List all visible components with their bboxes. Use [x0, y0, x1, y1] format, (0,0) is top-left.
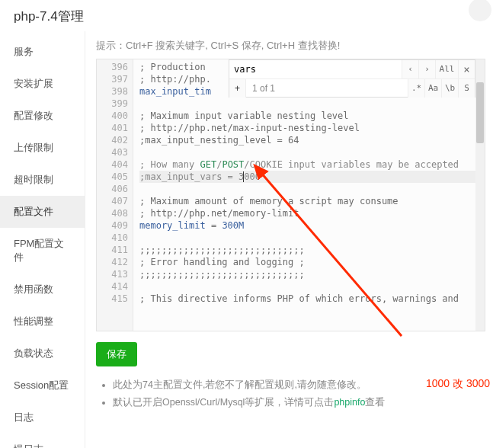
sidebar: 服务安装扩展配置修改上传限制超时限制配置文件FPM配置文件禁用函数性能调整负载状…	[0, 31, 85, 448]
line-number: 400	[97, 110, 128, 122]
page-title: php-7.4管理	[0, 0, 493, 31]
code-line[interactable]: ; Error handling and logging ;	[139, 256, 485, 268]
sidebar-item[interactable]: 超时限制	[0, 164, 85, 196]
scrollbar-track[interactable]	[475, 59, 485, 331]
annotation-text: 1000 改 3000	[426, 377, 490, 391]
main-container: 服务安装扩展配置修改上传限制超时限制配置文件FPM配置文件禁用函数性能调整负载状…	[0, 31, 493, 448]
search-word-toggle[interactable]: \b	[441, 79, 458, 98]
note-item: 默认已开启Openssl/Curl/Mysql等扩展，详情可点击phpinfo查…	[113, 396, 485, 409]
search-scroll-toggle[interactable]: S	[458, 79, 475, 98]
line-number: 399	[97, 98, 128, 110]
note-2-post: 查看	[365, 397, 385, 408]
code-line[interactable]: ; http://php.net/memory-limit	[139, 207, 485, 219]
line-number: 409	[97, 219, 128, 232]
search-row-2: + 1 of 1 .* Aa \b S	[229, 78, 475, 97]
sidebar-item[interactable]: Session配置	[0, 370, 85, 402]
code-line[interactable]: ;;;;;;;;;;;;;;;;;;;;;;;;;;;;;;	[139, 268, 485, 280]
code-line[interactable]	[139, 146, 485, 158]
line-number: 396	[97, 61, 128, 73]
code-line[interactable]: ; Maximum input variable nesting level	[139, 110, 485, 122]
search-row-1: ‹ › All ×	[229, 60, 475, 78]
note-2-pre: 默认已开启Openssl/Curl/Mysql等扩展，详情可点击	[113, 397, 334, 408]
sidebar-item[interactable]: 配置文件	[0, 196, 85, 228]
code-line[interactable]	[139, 183, 485, 195]
code-line[interactable]	[139, 232, 485, 244]
line-number: 410	[97, 232, 128, 244]
search-bar: ‹ › All × + 1 of 1 .* Aa \b S	[229, 59, 475, 98]
line-number: 415	[97, 293, 128, 305]
sidebar-item[interactable]: 日志	[0, 402, 85, 434]
sidebar-item[interactable]: 上传限制	[0, 132, 85, 164]
save-button[interactable]: 保存	[96, 342, 137, 366]
sidebar-item[interactable]: FPM配置文件	[0, 228, 85, 274]
search-next-button[interactable]: ›	[418, 60, 435, 78]
code-line[interactable]: memory_limit = 300M	[139, 219, 485, 232]
search-close-button[interactable]: ×	[458, 60, 475, 78]
phpinfo-link[interactable]: phpinfo	[334, 397, 365, 408]
code-line[interactable]: ; Maximum amount of memory a script may …	[139, 195, 485, 207]
line-number: 403	[97, 146, 128, 158]
sidebar-item[interactable]: 安装扩展	[0, 68, 85, 100]
sidebar-item[interactable]: 慢日志	[0, 434, 85, 448]
code-line[interactable]: ;;;;;;;;;;;;;;;;;;;;;;;;;;;;;;	[139, 244, 485, 256]
code-editor[interactable]: 3963973983994004014024034044054064074084…	[96, 59, 485, 331]
code-line[interactable]: ; http://php.net/max-input-nesting-level	[139, 122, 485, 134]
sidebar-item[interactable]: 负载状态	[0, 338, 85, 370]
search-case-toggle[interactable]: Aa	[424, 79, 441, 98]
line-number: 397	[97, 73, 128, 85]
sidebar-item[interactable]: 性能调整	[0, 306, 85, 338]
search-all-button[interactable]: All	[435, 60, 458, 78]
line-number: 411	[97, 244, 128, 256]
note-1-text: 此处为74主配置文件,若您不了解配置规则,请勿随意修改。	[113, 379, 367, 390]
code-line[interactable]: ;max_input_vars = 3000	[139, 171, 485, 183]
line-number: 414	[97, 280, 128, 293]
search-expand-button[interactable]: +	[229, 79, 246, 98]
editor-code[interactable]: ; Production ; http://php.max_input_tim;…	[133, 59, 485, 331]
line-number: 405	[97, 171, 128, 183]
line-number: 401	[97, 122, 128, 134]
sidebar-item[interactable]: 禁用函数	[0, 274, 85, 306]
line-number: 412	[97, 256, 128, 268]
hint-text: 提示：Ctrl+F 搜索关键字, Ctrl+S 保存, Ctrl+H 查找替换!	[96, 39, 485, 53]
search-input[interactable]	[229, 60, 402, 78]
line-number: 406	[97, 183, 128, 195]
line-number: 398	[97, 85, 128, 98]
line-number: 413	[97, 268, 128, 280]
line-number: 402	[97, 134, 128, 146]
editor-gutter: 3963973983994004014024034044054064074084…	[97, 59, 133, 331]
code-line[interactable]: ; How many GET/POST/COOKIE input variabl…	[139, 158, 485, 171]
main-panel: 提示：Ctrl+F 搜索关键字, Ctrl+S 保存, Ctrl+H 查找替换!…	[85, 31, 493, 448]
sidebar-item[interactable]: 配置修改	[0, 100, 85, 132]
search-count: 1 of 1	[246, 79, 408, 98]
code-line[interactable]: ; This directive informs PHP of which er…	[139, 293, 485, 305]
search-regex-toggle[interactable]: .*	[408, 79, 424, 98]
search-prev-button[interactable]: ‹	[402, 60, 418, 78]
line-number: 407	[97, 195, 128, 207]
code-line[interactable]	[139, 98, 485, 110]
code-line[interactable]	[139, 280, 485, 293]
line-number: 408	[97, 207, 128, 219]
scrollbar-thumb[interactable]	[476, 82, 484, 143]
code-line[interactable]: ;max_input_nesting_level = 64	[139, 134, 485, 146]
line-number: 404	[97, 158, 128, 171]
sidebar-item[interactable]: 服务	[0, 36, 85, 68]
